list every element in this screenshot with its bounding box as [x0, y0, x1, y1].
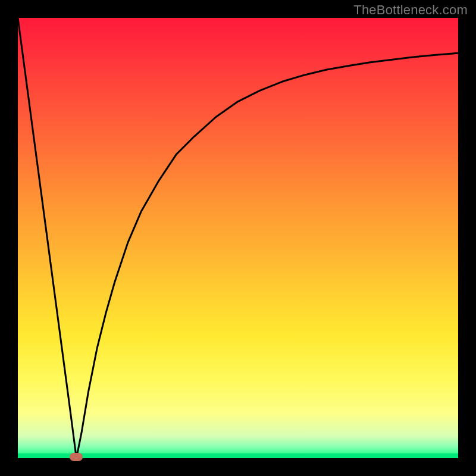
plot-area — [18, 18, 458, 458]
green-baseline-band — [18, 453, 458, 458]
chart-frame: TheBottleneck.com — [0, 0, 476, 476]
watermark-text: TheBottleneck.com — [353, 2, 468, 18]
optimal-point-marker — [70, 453, 83, 461]
bottleneck-curve — [18, 18, 458, 458]
